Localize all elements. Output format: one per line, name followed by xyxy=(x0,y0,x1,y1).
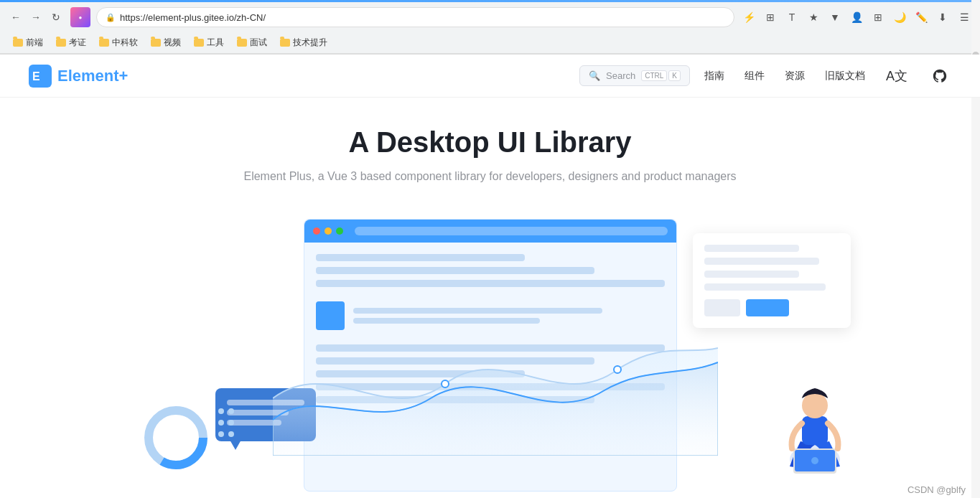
hero-subtitle: Element Plus, a Vue 3 based component li… xyxy=(14,170,966,183)
site-logo[interactable]: E Element+ xyxy=(29,65,128,88)
bookmark-面试[interactable]: 面试 xyxy=(231,35,273,50)
browser-toolbar: ← → ↻ ● 🔒 https://element-plus.gitee.io/… xyxy=(0,2,980,32)
bookmark-label: 考证 xyxy=(69,37,86,49)
brush-icon[interactable]: ✏️ xyxy=(913,9,930,26)
titlebar-bar xyxy=(355,227,668,235)
svg-point-15 xyxy=(228,420,234,426)
kbd-ctrl: CTRL xyxy=(641,70,667,81)
bookmarks-bar: 前端 考证 中科软 视频 工具 面试 技术提升 xyxy=(0,32,980,54)
site-navbar: E Element+ 🔍 Search CTRL K 指南 组件 资源 旧版文档… xyxy=(0,55,980,98)
svg-point-12 xyxy=(218,408,224,414)
svg-point-16 xyxy=(218,431,224,437)
kbd-hint: CTRL K xyxy=(641,70,681,81)
nav-links: 指南 组件 资源 旧版文档 A文 xyxy=(704,65,951,88)
window-row-3 xyxy=(316,280,665,287)
panel-row-3 xyxy=(704,271,799,278)
panel-row-4 xyxy=(704,283,826,291)
lock-icon: 🔒 xyxy=(106,13,116,22)
page-content: E Element+ 🔍 Search CTRL K 指南 组件 资源 旧版文档… xyxy=(0,55,980,498)
dot-green xyxy=(336,227,343,235)
forward-button[interactable]: → xyxy=(27,9,45,26)
url-text: https://element-plus.gitee.io/zh-CN/ xyxy=(120,12,725,23)
logo-text: Element+ xyxy=(57,67,128,85)
bookmark-中科软[interactable]: 中科软 xyxy=(93,35,144,50)
logo-plus: + xyxy=(119,67,129,85)
search-icon: 🔍 xyxy=(589,70,600,81)
logo-svg: E xyxy=(29,65,52,88)
folder-icon xyxy=(13,39,23,47)
nav-resources[interactable]: 资源 xyxy=(785,70,805,83)
watermark-text: CSDN @gblfy xyxy=(907,484,966,495)
bookmark-star[interactable]: ★ xyxy=(805,9,822,26)
nav-guide[interactable]: 指南 xyxy=(704,70,724,83)
bookmark-技术提升[interactable]: 技术提升 xyxy=(274,35,333,50)
svg-point-9 xyxy=(811,457,818,464)
person-illustration xyxy=(779,377,851,477)
dots-decoration xyxy=(215,405,237,448)
dot-yellow xyxy=(325,227,332,235)
folder-icon xyxy=(194,39,204,47)
browser-actions: ⚡ ⊞ T ★ ▼ 👤 ⊞ 🌙 ✏️ ⬇ ☰ xyxy=(740,9,973,26)
svg-point-13 xyxy=(228,408,234,414)
svg-rect-5 xyxy=(802,416,828,445)
bookmark-label: 视频 xyxy=(164,37,181,49)
svg-text:E: E xyxy=(32,70,40,83)
bookmark-工具[interactable]: 工具 xyxy=(188,35,230,50)
search-box[interactable]: 🔍 Search CTRL K xyxy=(579,65,690,86)
github-icon[interactable] xyxy=(928,65,951,88)
hero-title: A Desktop UI Library xyxy=(14,126,966,159)
panel-buttons xyxy=(704,299,839,316)
window-row-2 xyxy=(316,267,595,274)
folder-icon xyxy=(99,39,109,47)
svg-point-3 xyxy=(614,366,621,373)
folder-icon xyxy=(151,39,161,47)
extensions-icon[interactable]: ⊞ xyxy=(762,9,779,26)
panel-row-2 xyxy=(704,258,819,265)
bookmark-label: 前端 xyxy=(26,37,43,49)
search-label: Search xyxy=(606,70,635,81)
circle-decoration xyxy=(144,405,208,470)
reload-button[interactable]: ↻ xyxy=(47,9,65,26)
bookmark-label: 技术提升 xyxy=(293,37,327,49)
address-bar[interactable]: 🔒 https://element-plus.gitee.io/zh-CN/ xyxy=(96,7,734,27)
folder-icon xyxy=(237,39,247,47)
grid-icon[interactable]: ⊞ xyxy=(869,9,887,26)
bookmark-视频[interactable]: 视频 xyxy=(145,35,187,50)
browser-toolbar-container: ← → ↻ ● 🔒 https://element-plus.gitee.io/… xyxy=(0,2,980,55)
logo-element: Element xyxy=(57,67,119,85)
nav-components[interactable]: 组件 xyxy=(745,70,765,83)
window-titlebar xyxy=(304,220,676,243)
kbd-k: K xyxy=(668,70,681,81)
bookmark-label: 面试 xyxy=(250,37,267,49)
nav-buttons: ← → ↻ xyxy=(7,9,65,26)
dot-red xyxy=(313,227,320,235)
bookmark-考证[interactable]: 考证 xyxy=(50,35,92,50)
bookmark-前端[interactable]: 前端 xyxy=(7,35,49,50)
watermark: CSDN @gblfy xyxy=(907,484,966,495)
menu-icon[interactable]: ☰ xyxy=(956,9,973,26)
illustration-container xyxy=(0,212,980,498)
window-row-1 xyxy=(316,254,526,261)
svg-point-14 xyxy=(218,420,224,426)
svg-point-2 xyxy=(442,380,449,387)
svg-point-17 xyxy=(228,431,234,437)
folder-icon xyxy=(280,39,290,47)
tab-favicon: ● xyxy=(70,7,90,27)
bookmark-chevron[interactable]: ▼ xyxy=(826,9,844,26)
moon-icon[interactable]: 🌙 xyxy=(891,9,908,26)
folder-icon xyxy=(56,39,66,47)
bookmark-label: 中科软 xyxy=(112,37,138,49)
download-icon[interactable]: ⬇ xyxy=(934,9,951,26)
panel-btn-confirm xyxy=(746,299,789,316)
nav-old-docs[interactable]: 旧版文档 xyxy=(825,70,865,83)
hero-section: A Desktop UI Library Element Plus, a Vue… xyxy=(0,98,980,183)
language-icon[interactable]: A文 xyxy=(885,65,908,88)
translate-icon[interactable]: T xyxy=(783,9,801,26)
profile-icon[interactable]: 👤 xyxy=(848,9,865,26)
chart-wave xyxy=(273,312,718,456)
lightning-icon[interactable]: ⚡ xyxy=(740,9,757,26)
back-button[interactable]: ← xyxy=(7,9,24,26)
panel-row-1 xyxy=(704,245,799,252)
bookmark-label: 工具 xyxy=(207,37,224,49)
svg-point-6 xyxy=(802,393,828,418)
